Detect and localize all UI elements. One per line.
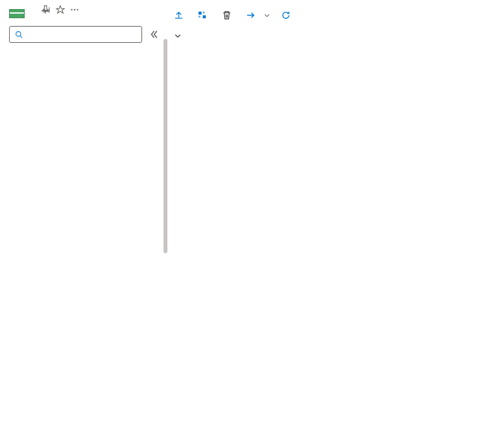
- sidebar: [0, 0, 167, 448]
- svg-point-1: [74, 9, 75, 10]
- svg-rect-7: [203, 16, 206, 19]
- svg-point-3: [16, 31, 21, 36]
- sidebar-scrollbar[interactable]: [164, 39, 167, 253]
- refresh-icon: [281, 10, 291, 20]
- chevron-down-icon: [174, 32, 182, 40]
- pin-icon[interactable]: [42, 5, 51, 14]
- essentials-toggle[interactable]: [167, 25, 486, 46]
- refresh-button[interactable]: [281, 10, 295, 20]
- collapse-sidebar-icon[interactable]: [147, 29, 158, 40]
- resource-header: [0, 0, 167, 21]
- nav-group-data-storage: [0, 48, 167, 57]
- svg-point-2: [77, 9, 78, 10]
- chevron-down-icon: [263, 12, 271, 19]
- trash-icon: [222, 10, 232, 20]
- more-icon[interactable]: [70, 5, 79, 14]
- sidebar-search[interactable]: [9, 26, 142, 43]
- arrow-right-icon: [246, 10, 256, 20]
- search-input[interactable]: [27, 30, 136, 40]
- move-button[interactable]: [246, 10, 271, 20]
- delete-button[interactable]: [222, 10, 236, 20]
- nav-group-security: [0, 57, 167, 66]
- open-explorer-button[interactable]: [198, 10, 212, 20]
- main-content: [167, 0, 486, 448]
- search-icon: [15, 31, 23, 39]
- command-bar: [167, 0, 486, 25]
- upload-button[interactable]: [174, 10, 188, 20]
- svg-rect-4: [199, 12, 202, 15]
- svg-rect-6: [199, 16, 200, 18]
- properties-panel: [167, 47, 486, 448]
- favorite-star-icon[interactable]: [56, 5, 65, 14]
- storage-account-icon: [9, 9, 25, 18]
- svg-rect-5: [203, 12, 205, 14]
- svg-point-0: [71, 9, 72, 10]
- explorer-icon: [198, 10, 208, 20]
- upload-icon: [174, 10, 184, 20]
